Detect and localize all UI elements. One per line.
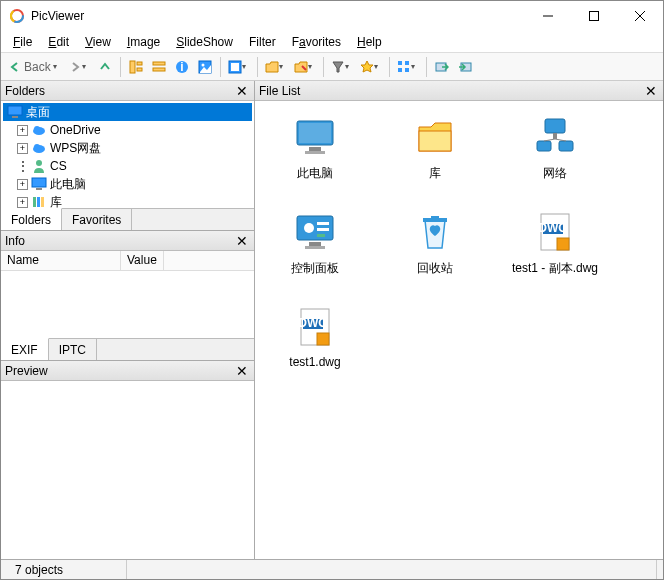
- svg-rect-18: [398, 61, 402, 65]
- menu-favorites[interactable]: Favorites: [284, 33, 349, 51]
- info-col-value[interactable]: Value: [121, 251, 164, 270]
- status-objects: 7 objects: [7, 560, 127, 579]
- preview-panel-close[interactable]: ✕: [234, 363, 250, 379]
- list-toggle-button[interactable]: [148, 56, 170, 78]
- svg-rect-50: [317, 228, 329, 231]
- viewer-button[interactable]: ▾: [225, 56, 253, 78]
- toolbar-separator: [120, 57, 121, 77]
- close-button[interactable]: [617, 1, 663, 31]
- back-label: Back: [22, 60, 53, 74]
- svg-point-29: [34, 144, 40, 150]
- menu-view[interactable]: View: [77, 33, 119, 51]
- toolbar-separator: [389, 57, 390, 77]
- svg-rect-62: [317, 333, 329, 345]
- menu-slideshow[interactable]: SlideShow: [168, 33, 241, 51]
- tree-item-desktop[interactable]: 桌面: [3, 103, 252, 121]
- tree-item[interactable]: + 此电脑: [3, 175, 252, 193]
- toolbar-separator: [323, 57, 324, 77]
- minimize-button[interactable]: [525, 1, 571, 31]
- info-toggle-button[interactable]: i: [171, 56, 193, 78]
- folders-panel-close[interactable]: ✕: [234, 83, 250, 99]
- filelist-close[interactable]: ✕: [643, 83, 659, 99]
- folders-panel-header: Folders ✕: [1, 81, 254, 101]
- file-list[interactable]: 此电脑库网络控制面板回收站DWGtest1 - 副本.dwgDWGtest1.d…: [255, 101, 663, 559]
- svg-rect-4: [590, 12, 599, 21]
- preview-toggle-button[interactable]: [194, 56, 216, 78]
- tree-dots: ⋮: [17, 159, 28, 173]
- svg-rect-39: [305, 151, 325, 154]
- tree-item[interactable]: + WPS网盘: [3, 139, 252, 157]
- maximize-button[interactable]: [571, 1, 617, 31]
- svg-rect-32: [36, 188, 42, 190]
- library-icon: [31, 194, 47, 208]
- dwg-icon: DWG: [291, 303, 339, 351]
- svg-text:DWG: DWG: [538, 221, 567, 235]
- info-panel-close[interactable]: ✕: [234, 233, 250, 249]
- cloud-icon: [31, 140, 47, 156]
- expand-icon[interactable]: +: [17, 179, 28, 190]
- tree-item[interactable]: + 库: [3, 193, 252, 208]
- svg-text:DWG: DWG: [298, 316, 327, 330]
- expand-icon[interactable]: +: [17, 143, 28, 154]
- svg-rect-10: [153, 62, 165, 65]
- menu-file[interactable]: File: [5, 33, 40, 51]
- info-tabs: EXIF IPTC: [1, 338, 254, 360]
- tab-iptc[interactable]: IPTC: [49, 339, 97, 360]
- file-item[interactable]: 网络: [507, 113, 603, 182]
- svg-rect-54: [423, 218, 447, 222]
- expand-icon[interactable]: +: [17, 197, 28, 208]
- tools-button[interactable]: ▾: [291, 56, 319, 78]
- expand-icon[interactable]: +: [17, 125, 28, 136]
- tree-toggle-button[interactable]: [125, 56, 147, 78]
- file-item[interactable]: 此电脑: [267, 113, 363, 182]
- svg-rect-40: [419, 131, 451, 151]
- menu-image[interactable]: Image: [119, 33, 168, 51]
- tree-label: 库: [50, 194, 62, 209]
- info-panel-title: Info: [5, 234, 234, 248]
- tab-folders[interactable]: Folders: [1, 208, 62, 230]
- file-item[interactable]: 库: [387, 113, 483, 182]
- filelist-header: File List ✕: [255, 81, 663, 101]
- file-item[interactable]: DWGtest1 - 副本.dwg: [507, 208, 603, 277]
- forward-button[interactable]: ▾: [65, 56, 93, 78]
- svg-rect-35: [41, 197, 44, 207]
- svg-rect-11: [153, 68, 165, 71]
- file-item[interactable]: 控制面板: [267, 208, 363, 277]
- svg-rect-37: [299, 123, 331, 143]
- folder-icon: [411, 113, 459, 161]
- tree-item[interactable]: + OneDrive: [3, 121, 252, 139]
- recycle-bin-icon: [411, 208, 459, 256]
- toolbar: Back ▾ ▾ i ▾ ▾ ▾ ▾ ▾ ▾: [1, 53, 663, 81]
- view-mode-button[interactable]: ▾: [394, 56, 422, 78]
- folder-tree[interactable]: 桌面 + OneDrive + WPS网盘 ⋮ CS: [1, 101, 254, 208]
- control-panel-icon: [291, 208, 339, 256]
- status-bar: 7 objects: [1, 559, 663, 579]
- svg-rect-24: [8, 106, 22, 115]
- menu-help[interactable]: Help: [349, 33, 390, 51]
- preview-panel-header: Preview ✕: [1, 361, 254, 381]
- favorite-button[interactable]: ▾: [357, 56, 385, 78]
- back-button[interactable]: Back ▾: [5, 56, 64, 78]
- menu-filter[interactable]: Filter: [241, 33, 284, 51]
- svg-rect-8: [137, 62, 142, 65]
- tab-favorites[interactable]: Favorites: [62, 209, 132, 230]
- network-icon: [531, 113, 579, 161]
- import-button[interactable]: [431, 56, 453, 78]
- file-item[interactable]: DWGtest1.dwg: [267, 303, 363, 369]
- info-col-name[interactable]: Name: [1, 251, 121, 270]
- tree-item[interactable]: ⋮ CS: [3, 157, 252, 175]
- filter-button[interactable]: ▾: [328, 56, 356, 78]
- open-folder-button[interactable]: ▾: [262, 56, 290, 78]
- title-bar: PicViewer: [1, 1, 663, 31]
- menu-edit[interactable]: Edit: [40, 33, 77, 51]
- main-area: Folders ✕ 桌面 + OneDrive + WPS网盘: [1, 81, 663, 559]
- svg-rect-21: [405, 68, 409, 72]
- up-button[interactable]: [94, 56, 116, 78]
- file-item[interactable]: 回收站: [387, 208, 483, 277]
- chevron-down-icon: ▾: [82, 62, 90, 71]
- export-button[interactable]: [454, 56, 476, 78]
- dwg-icon: DWG: [531, 208, 579, 256]
- folders-panel: Folders ✕ 桌面 + OneDrive + WPS网盘: [1, 81, 254, 231]
- app-icon: [9, 8, 25, 24]
- tab-exif[interactable]: EXIF: [1, 338, 49, 360]
